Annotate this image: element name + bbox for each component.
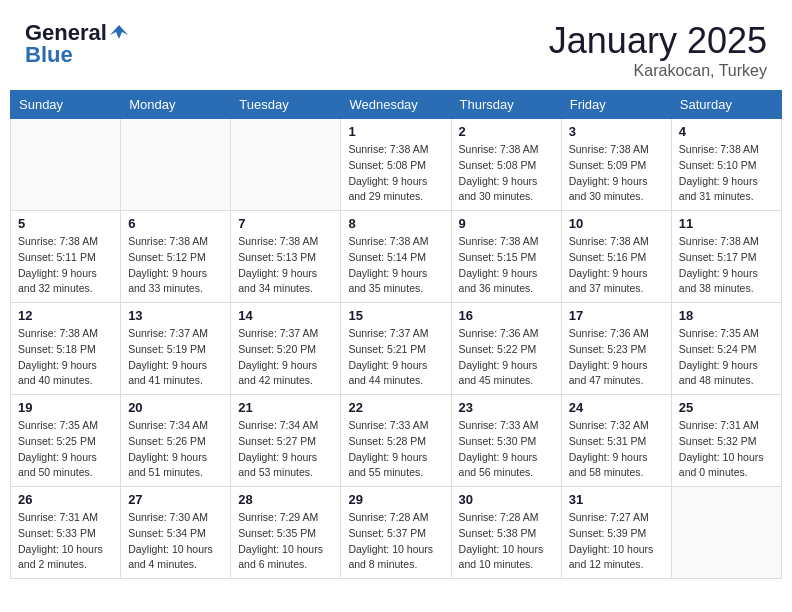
svg-marker-0 [110,25,128,39]
calendar-cell [671,487,781,579]
day-number: 17 [569,308,664,323]
calendar-cell: 14Sunrise: 7:37 AMSunset: 5:20 PMDayligh… [231,303,341,395]
day-info: Sunrise: 7:35 AMSunset: 5:24 PMDaylight:… [679,326,774,389]
day-number: 30 [459,492,554,507]
calendar-cell: 4Sunrise: 7:38 AMSunset: 5:10 PMDaylight… [671,119,781,211]
day-info: Sunrise: 7:36 AMSunset: 5:22 PMDaylight:… [459,326,554,389]
day-info: Sunrise: 7:34 AMSunset: 5:26 PMDaylight:… [128,418,223,481]
day-info: Sunrise: 7:28 AMSunset: 5:37 PMDaylight:… [348,510,443,573]
calendar-cell: 6Sunrise: 7:38 AMSunset: 5:12 PMDaylight… [121,211,231,303]
day-info: Sunrise: 7:33 AMSunset: 5:30 PMDaylight:… [459,418,554,481]
day-number: 18 [679,308,774,323]
day-info: Sunrise: 7:31 AMSunset: 5:32 PMDaylight:… [679,418,774,481]
calendar-cell: 27Sunrise: 7:30 AMSunset: 5:34 PMDayligh… [121,487,231,579]
day-number: 28 [238,492,333,507]
calendar-cell: 19Sunrise: 7:35 AMSunset: 5:25 PMDayligh… [11,395,121,487]
day-info: Sunrise: 7:37 AMSunset: 5:19 PMDaylight:… [128,326,223,389]
calendar-cell: 13Sunrise: 7:37 AMSunset: 5:19 PMDayligh… [121,303,231,395]
day-number: 29 [348,492,443,507]
day-number: 31 [569,492,664,507]
calendar-cell: 23Sunrise: 7:33 AMSunset: 5:30 PMDayligh… [451,395,561,487]
calendar-cell: 9Sunrise: 7:38 AMSunset: 5:15 PMDaylight… [451,211,561,303]
day-number: 16 [459,308,554,323]
logo: General Blue [25,20,130,68]
day-number: 4 [679,124,774,139]
calendar-cell: 17Sunrise: 7:36 AMSunset: 5:23 PMDayligh… [561,303,671,395]
calendar-cell: 21Sunrise: 7:34 AMSunset: 5:27 PMDayligh… [231,395,341,487]
calendar-cell: 7Sunrise: 7:38 AMSunset: 5:13 PMDaylight… [231,211,341,303]
day-info: Sunrise: 7:33 AMSunset: 5:28 PMDaylight:… [348,418,443,481]
calendar-cell: 11Sunrise: 7:38 AMSunset: 5:17 PMDayligh… [671,211,781,303]
month-title: January 2025 [549,20,767,62]
calendar-week-row: 26Sunrise: 7:31 AMSunset: 5:33 PMDayligh… [11,487,782,579]
day-info: Sunrise: 7:32 AMSunset: 5:31 PMDaylight:… [569,418,664,481]
calendar-cell: 10Sunrise: 7:38 AMSunset: 5:16 PMDayligh… [561,211,671,303]
calendar-week-row: 5Sunrise: 7:38 AMSunset: 5:11 PMDaylight… [11,211,782,303]
logo-bird-icon [108,21,130,43]
calendar-cell: 15Sunrise: 7:37 AMSunset: 5:21 PMDayligh… [341,303,451,395]
location-label: Karakocan, Turkey [549,62,767,80]
day-number: 15 [348,308,443,323]
day-of-week-header: Friday [561,91,671,119]
calendar-cell: 22Sunrise: 7:33 AMSunset: 5:28 PMDayligh… [341,395,451,487]
day-info: Sunrise: 7:31 AMSunset: 5:33 PMDaylight:… [18,510,113,573]
calendar-cell: 3Sunrise: 7:38 AMSunset: 5:09 PMDaylight… [561,119,671,211]
day-number: 6 [128,216,223,231]
day-of-week-header: Sunday [11,91,121,119]
day-number: 5 [18,216,113,231]
calendar-week-row: 19Sunrise: 7:35 AMSunset: 5:25 PMDayligh… [11,395,782,487]
day-number: 8 [348,216,443,231]
day-info: Sunrise: 7:35 AMSunset: 5:25 PMDaylight:… [18,418,113,481]
day-number: 22 [348,400,443,415]
calendar-table: SundayMondayTuesdayWednesdayThursdayFrid… [10,90,782,579]
day-info: Sunrise: 7:38 AMSunset: 5:10 PMDaylight:… [679,142,774,205]
day-number: 14 [238,308,333,323]
calendar-cell: 8Sunrise: 7:38 AMSunset: 5:14 PMDaylight… [341,211,451,303]
day-info: Sunrise: 7:38 AMSunset: 5:13 PMDaylight:… [238,234,333,297]
day-number: 10 [569,216,664,231]
day-of-week-header: Tuesday [231,91,341,119]
day-number: 1 [348,124,443,139]
calendar-cell: 12Sunrise: 7:38 AMSunset: 5:18 PMDayligh… [11,303,121,395]
calendar-cell: 26Sunrise: 7:31 AMSunset: 5:33 PMDayligh… [11,487,121,579]
day-info: Sunrise: 7:27 AMSunset: 5:39 PMDaylight:… [569,510,664,573]
day-info: Sunrise: 7:38 AMSunset: 5:15 PMDaylight:… [459,234,554,297]
day-number: 24 [569,400,664,415]
day-info: Sunrise: 7:38 AMSunset: 5:08 PMDaylight:… [348,142,443,205]
day-info: Sunrise: 7:38 AMSunset: 5:17 PMDaylight:… [679,234,774,297]
day-number: 7 [238,216,333,231]
calendar-cell: 28Sunrise: 7:29 AMSunset: 5:35 PMDayligh… [231,487,341,579]
day-info: Sunrise: 7:29 AMSunset: 5:35 PMDaylight:… [238,510,333,573]
calendar-cell [121,119,231,211]
page-header: General Blue January 2025 Karakocan, Tur… [10,10,782,85]
calendar-cell: 18Sunrise: 7:35 AMSunset: 5:24 PMDayligh… [671,303,781,395]
day-number: 12 [18,308,113,323]
calendar-week-row: 1Sunrise: 7:38 AMSunset: 5:08 PMDaylight… [11,119,782,211]
day-number: 13 [128,308,223,323]
day-number: 20 [128,400,223,415]
calendar-cell: 25Sunrise: 7:31 AMSunset: 5:32 PMDayligh… [671,395,781,487]
day-info: Sunrise: 7:37 AMSunset: 5:21 PMDaylight:… [348,326,443,389]
day-number: 21 [238,400,333,415]
day-of-week-header: Monday [121,91,231,119]
calendar-cell: 16Sunrise: 7:36 AMSunset: 5:22 PMDayligh… [451,303,561,395]
day-number: 26 [18,492,113,507]
calendar-cell: 20Sunrise: 7:34 AMSunset: 5:26 PMDayligh… [121,395,231,487]
day-info: Sunrise: 7:37 AMSunset: 5:20 PMDaylight:… [238,326,333,389]
calendar-cell: 31Sunrise: 7:27 AMSunset: 5:39 PMDayligh… [561,487,671,579]
day-number: 2 [459,124,554,139]
day-info: Sunrise: 7:38 AMSunset: 5:11 PMDaylight:… [18,234,113,297]
day-number: 25 [679,400,774,415]
day-number: 11 [679,216,774,231]
calendar-week-row: 12Sunrise: 7:38 AMSunset: 5:18 PMDayligh… [11,303,782,395]
day-number: 3 [569,124,664,139]
day-info: Sunrise: 7:30 AMSunset: 5:34 PMDaylight:… [128,510,223,573]
day-of-week-header: Saturday [671,91,781,119]
day-of-week-header: Thursday [451,91,561,119]
day-number: 19 [18,400,113,415]
calendar-cell: 2Sunrise: 7:38 AMSunset: 5:08 PMDaylight… [451,119,561,211]
calendar-cell [11,119,121,211]
day-info: Sunrise: 7:38 AMSunset: 5:18 PMDaylight:… [18,326,113,389]
title-section: January 2025 Karakocan, Turkey [549,20,767,80]
day-info: Sunrise: 7:36 AMSunset: 5:23 PMDaylight:… [569,326,664,389]
